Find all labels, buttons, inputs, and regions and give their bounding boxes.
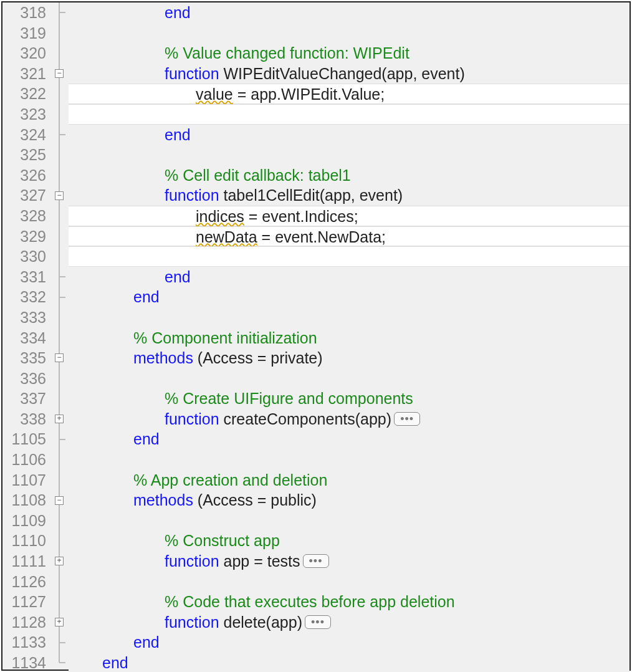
code-line[interactable]: 338+function createComponents(app)••• <box>2 409 630 430</box>
code-content[interactable]: function createComponents(app)••• <box>69 409 630 430</box>
code-line[interactable]: 336 <box>2 368 630 389</box>
code-line[interactable]: 1127% Code that executes before app dele… <box>2 592 630 612</box>
code-line[interactable]: 325 <box>2 145 630 165</box>
keyword-token: end <box>165 126 191 143</box>
code-content[interactable]: end <box>69 429 630 449</box>
line-number: 323 <box>2 104 50 125</box>
code-content[interactable]: end <box>69 2 630 23</box>
code-line[interactable]: 1106 <box>2 449 630 470</box>
code-line[interactable]: 323 <box>2 104 630 125</box>
code-content[interactable]: % App creation and deletion <box>69 470 630 491</box>
code-content[interactable]: indices = event.Indices; <box>69 206 630 226</box>
code-content[interactable]: % Construct app <box>69 530 630 551</box>
code-line[interactable]: 322value = app.WIPEdit.Value; <box>2 84 630 104</box>
comment-token: % Component initialization <box>133 329 317 347</box>
code-line[interactable]: 1108−methods (Access = public) <box>2 490 630 511</box>
code-content[interactable]: function delete(app)••• <box>69 612 630 633</box>
code-content[interactable] <box>69 246 630 267</box>
fold-expand-icon[interactable]: + <box>55 557 64 565</box>
code-content[interactable] <box>69 104 630 125</box>
code-line[interactable]: 1109 <box>2 511 630 531</box>
line-number: 1106 <box>2 449 50 470</box>
code-content[interactable]: % Create UIFigure and components <box>69 388 630 409</box>
code-line[interactable]: 324end <box>2 125 630 145</box>
code-content[interactable]: % Code that executes before app deletion <box>69 592 630 612</box>
code-content[interactable]: end <box>69 632 630 653</box>
code-content[interactable]: function tabel1CellEdit(app, event) <box>69 185 630 206</box>
code-content[interactable]: end <box>69 653 630 672</box>
code-content[interactable]: value = app.WIPEdit.Value; <box>69 84 630 104</box>
warning-token: newData <box>196 228 257 246</box>
code-line[interactable]: 1105end <box>2 429 630 449</box>
code-content[interactable] <box>69 145 630 165</box>
fold-collapse-icon[interactable]: − <box>55 353 64 362</box>
code-content[interactable]: methods (Access = public) <box>69 490 630 511</box>
code-content[interactable]: end <box>69 287 630 307</box>
comment-token: % Create UIFigure and components <box>165 390 413 407</box>
warning-token: value <box>196 85 233 103</box>
fold-gutter-cell <box>50 23 69 44</box>
line-number: 1134 <box>2 653 50 672</box>
code-line[interactable]: 1133end <box>2 632 630 653</box>
keyword-token: end <box>133 430 160 448</box>
folded-code-ellipsis-button[interactable]: ••• <box>303 554 329 568</box>
line-number: 319 <box>2 23 50 44</box>
fold-gutter-cell: + <box>50 409 69 430</box>
code-line[interactable]: 329newData = event.NewData; <box>2 226 630 247</box>
code-line[interactable]: 330 <box>2 246 630 267</box>
code-content[interactable] <box>69 23 630 44</box>
code-content[interactable]: end <box>69 267 630 287</box>
fold-gutter-cell <box>50 388 69 409</box>
code-content[interactable]: newData = event.NewData; <box>69 226 630 247</box>
code-content[interactable]: end <box>69 125 630 145</box>
code-line[interactable]: 335−methods (Access = private) <box>2 348 630 368</box>
fold-collapse-icon[interactable]: − <box>55 496 64 505</box>
keyword-token: function <box>165 186 219 204</box>
code-content[interactable]: function app = tests••• <box>69 551 630 572</box>
line-number: 331 <box>2 267 50 287</box>
line-number: 336 <box>2 368 50 389</box>
code-line[interactable]: 334% Component initialization <box>2 328 630 348</box>
code-line[interactable]: 1134end <box>2 653 630 672</box>
code-line[interactable]: 1126 <box>2 572 630 592</box>
code-line[interactable]: 326% Cell edit callback: tabel1 <box>2 165 630 186</box>
code-line[interactable]: 320% Value changed function: WIPEdit <box>2 43 630 64</box>
fold-expand-icon[interactable]: + <box>55 618 64 626</box>
code-line[interactable]: 333 <box>2 307 630 328</box>
code-content[interactable]: % Value changed function: WIPEdit <box>69 43 630 64</box>
code-content[interactable]: function WIPEditValueChanged(app, event) <box>69 64 630 84</box>
folded-code-ellipsis-button[interactable]: ••• <box>394 412 420 426</box>
fold-gutter-cell <box>50 429 69 449</box>
code-line[interactable]: 337% Create UIFigure and components <box>2 388 630 409</box>
code-token: tabel1CellEdit(app, event) <box>219 186 403 204</box>
code-line[interactable]: 1110% Construct app <box>2 530 630 551</box>
code-line[interactable]: 321−function WIPEditValueChanged(app, ev… <box>2 64 630 84</box>
code-content[interactable] <box>69 307 630 328</box>
code-line[interactable]: 331end <box>2 267 630 287</box>
code-content[interactable]: methods (Access = private) <box>69 348 630 368</box>
code-content[interactable] <box>69 449 630 470</box>
fold-collapse-icon[interactable]: − <box>55 69 64 78</box>
line-number: 321 <box>2 64 50 84</box>
code-line[interactable]: 328indices = event.Indices; <box>2 206 630 226</box>
code-content[interactable] <box>69 368 630 389</box>
code-line[interactable]: 1111+function app = tests••• <box>2 551 630 572</box>
code-line[interactable]: 1107% App creation and deletion <box>2 470 630 491</box>
code-content[interactable]: % Component initialization <box>69 328 630 348</box>
code-line[interactable]: 319 <box>2 23 630 44</box>
code-editor[interactable]: 318end319320% Value changed function: WI… <box>1 1 631 671</box>
code-line[interactable]: 318end <box>2 2 630 23</box>
code-line[interactable]: 327−function tabel1CellEdit(app, event) <box>2 185 630 206</box>
comment-token: % Code that executes before app deletion <box>165 593 455 610</box>
code-line[interactable]: 1128+function delete(app)••• <box>2 612 630 633</box>
code-line[interactable]: 332end <box>2 287 630 307</box>
code-token: createComponents(app) <box>219 410 392 428</box>
code-content[interactable] <box>69 572 630 592</box>
fold-gutter-cell <box>50 206 69 226</box>
code-content[interactable] <box>69 511 630 531</box>
keyword-token: methods <box>133 349 193 367</box>
code-content[interactable]: % Cell edit callback: tabel1 <box>69 165 630 186</box>
fold-collapse-icon[interactable]: − <box>55 191 64 200</box>
fold-expand-icon[interactable]: + <box>55 415 64 423</box>
folded-code-ellipsis-button[interactable]: ••• <box>305 615 331 629</box>
